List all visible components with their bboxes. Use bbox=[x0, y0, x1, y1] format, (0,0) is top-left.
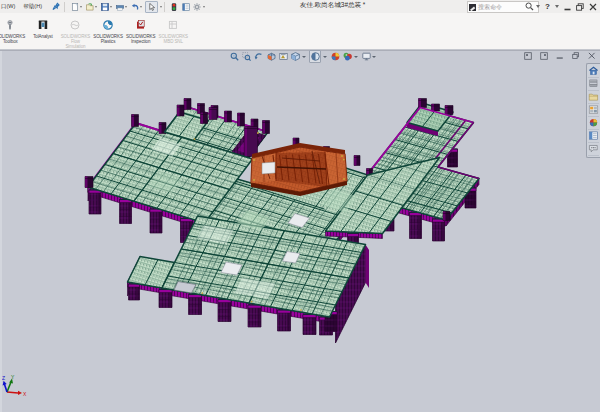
annotation-view-icon-holder bbox=[279, 52, 288, 61]
design-library-icon bbox=[588, 79, 599, 89]
forum-icon bbox=[588, 144, 599, 154]
appearances-tab[interactable] bbox=[588, 117, 599, 130]
zoom-fit-icon-holder bbox=[230, 52, 239, 61]
file-explorer-tab[interactable] bbox=[588, 91, 599, 104]
display-style-icon-holder bbox=[311, 52, 320, 61]
view-orientation-cube-icon bbox=[291, 52, 300, 61]
doc-close bbox=[588, 52, 596, 60]
active-display-style-box bbox=[309, 50, 322, 63]
design-library-tab[interactable] bbox=[588, 78, 599, 91]
display-style-button[interactable] bbox=[306, 50, 328, 63]
apply-scene-button[interactable] bbox=[340, 52, 358, 61]
graphics-viewport[interactable]: XYZ bbox=[0, 50, 600, 412]
view-orientation-cube-button[interactable] bbox=[287, 52, 305, 61]
resources-home-tab[interactable] bbox=[588, 65, 599, 78]
appearances-icon bbox=[588, 118, 599, 128]
resources-home-icon bbox=[588, 66, 599, 76]
forum-tab[interactable] bbox=[588, 143, 599, 156]
view-settings-icon bbox=[362, 52, 371, 61]
edit-appearance-icon-holder bbox=[331, 52, 340, 61]
doc-restore-b-icon bbox=[540, 52, 548, 60]
dropdown-arrow-icon[interactable] bbox=[372, 56, 376, 58]
doc-restore[interactable] bbox=[572, 52, 580, 60]
document-window-controls bbox=[516, 52, 596, 60]
doc-close[interactable] bbox=[588, 52, 596, 60]
doc-restore-a-icon bbox=[524, 52, 532, 60]
view-orientation-cube-icon-holder bbox=[291, 52, 300, 61]
doc-minimize bbox=[556, 52, 564, 60]
svg-text:Z: Z bbox=[2, 375, 5, 381]
custom-properties-icon bbox=[588, 131, 599, 141]
doc-restore-a[interactable] bbox=[524, 52, 532, 60]
section-view-icon-holder bbox=[267, 52, 276, 61]
previous-view-button[interactable] bbox=[251, 52, 263, 61]
task-pane-tabs bbox=[586, 63, 600, 158]
reference-triad: XYZ bbox=[2, 375, 28, 397]
view-settings-icon-holder bbox=[362, 52, 371, 61]
view-settings-button[interactable] bbox=[358, 52, 376, 61]
display-style-icon bbox=[311, 52, 320, 61]
annotation-view-button[interactable] bbox=[275, 52, 287, 61]
svg-text:X: X bbox=[23, 391, 27, 397]
doc-minimize[interactable] bbox=[556, 52, 564, 60]
zoom-area-button[interactable] bbox=[238, 52, 250, 61]
zoom-fit-button[interactable] bbox=[226, 52, 238, 61]
view-palette-tab[interactable] bbox=[588, 104, 599, 117]
zoom-area-icon-holder bbox=[242, 52, 251, 61]
headsup-view-toolbar bbox=[226, 49, 376, 64]
apply-scene-icon-holder bbox=[343, 52, 352, 61]
triad-icon: XYZ bbox=[2, 375, 28, 397]
doc-restore bbox=[572, 52, 580, 60]
apply-scene-icon bbox=[343, 52, 352, 61]
svg-text:Y: Y bbox=[11, 375, 15, 380]
doc-restore-b[interactable] bbox=[540, 52, 548, 60]
file-explorer-icon bbox=[588, 92, 599, 102]
edit-appearance-button[interactable] bbox=[327, 52, 339, 61]
custom-properties-tab[interactable] bbox=[588, 130, 599, 143]
section-view-button[interactable] bbox=[263, 52, 275, 61]
view-palette-icon bbox=[588, 105, 599, 115]
previous-view-icon-holder bbox=[254, 52, 263, 61]
